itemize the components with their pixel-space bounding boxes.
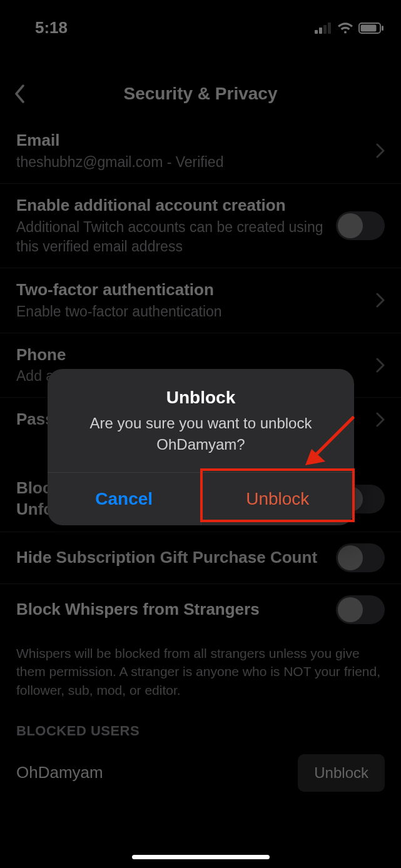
svg-rect-6 bbox=[382, 26, 383, 31]
svg-rect-2 bbox=[323, 25, 327, 34]
home-indicator[interactable] bbox=[132, 855, 270, 859]
row-additional-account: Enable additional account creation Addit… bbox=[0, 184, 401, 268]
svg-rect-1 bbox=[319, 28, 322, 34]
row-twofa[interactable]: Two-factor authentication Enable two-fac… bbox=[0, 268, 401, 333]
toggle-block-whispers[interactable] bbox=[336, 595, 385, 624]
chevron-right-icon bbox=[376, 293, 385, 308]
dialog-cancel-button[interactable]: Cancel bbox=[48, 473, 201, 525]
status-icons bbox=[315, 22, 383, 34]
row-email[interactable]: Email theshubhz@gmail.com - Verified bbox=[0, 119, 401, 184]
row-email-title: Email bbox=[16, 130, 366, 151]
row-twofa-sub: Enable two-factor authentication bbox=[16, 302, 366, 321]
cellular-icon bbox=[315, 23, 332, 34]
battery-icon bbox=[358, 23, 383, 34]
dialog-title: Unblock bbox=[65, 388, 337, 408]
blocked-user-row: OhDamyam Unblock bbox=[0, 748, 401, 807]
dialog-confirm-button[interactable]: Unblock bbox=[201, 473, 355, 525]
page-title: Security & Privacy bbox=[124, 84, 278, 104]
row-block-whispers: Block Whispers from Strangers bbox=[0, 584, 401, 635]
svg-rect-5 bbox=[361, 24, 377, 31]
row-phone-title: Phone bbox=[16, 345, 366, 366]
status-time: 5:18 bbox=[35, 18, 68, 38]
chevron-left-icon bbox=[14, 84, 25, 103]
toggle-additional-account[interactable] bbox=[336, 211, 385, 240]
row-twofa-title: Two-factor authentication bbox=[16, 280, 366, 301]
wifi-icon bbox=[337, 22, 353, 34]
row-hidesub-title: Hide Subscription Gift Purchase Count bbox=[16, 547, 326, 568]
row-blockwhisper-title: Block Whispers from Strangers bbox=[16, 599, 326, 620]
chevron-right-icon bbox=[376, 412, 385, 427]
toggle-hide-sub-count[interactable] bbox=[336, 543, 385, 572]
row-addacct-title: Enable additional account creation bbox=[16, 195, 326, 216]
row-email-sub: theshubhz@gmail.com - Verified bbox=[16, 153, 366, 172]
row-hide-sub-count: Hide Subscription Gift Purchase Count bbox=[0, 532, 401, 584]
svg-rect-3 bbox=[328, 23, 331, 34]
blocked-users-header: BLOCKED USERS bbox=[0, 718, 401, 748]
whispers-footer-note: Whispers will be blocked from all strang… bbox=[0, 635, 401, 718]
unblock-user-button[interactable]: Unblock bbox=[298, 754, 385, 792]
nav-bar: Security & Privacy bbox=[0, 69, 401, 119]
blocked-user-name: OhDamyam bbox=[16, 763, 103, 782]
svg-rect-0 bbox=[315, 30, 318, 34]
dialog-message: Are you sure you want to unblock OhDamya… bbox=[65, 413, 337, 455]
chevron-right-icon bbox=[376, 143, 385, 158]
chevron-right-icon bbox=[376, 358, 385, 373]
status-bar: 5:18 bbox=[0, 0, 401, 47]
row-addacct-sub: Additional Twitch accounts can be create… bbox=[16, 218, 326, 256]
back-button[interactable] bbox=[14, 81, 33, 106]
unblock-confirm-dialog: Unblock Are you sure you want to unblock… bbox=[48, 369, 354, 525]
